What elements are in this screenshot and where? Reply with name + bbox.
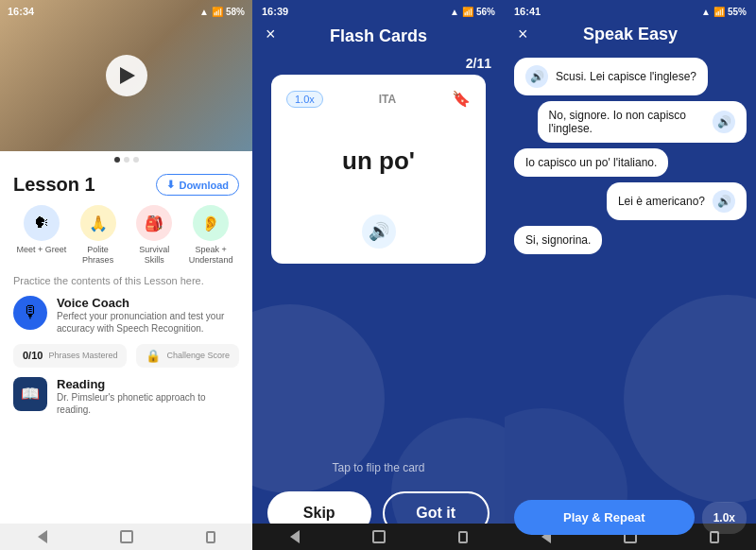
polite-icon-circle: 🙏 <box>80 205 116 241</box>
chat-bubble-1: 🔊 Scusi. Lei capisce l'inglese? <box>514 58 708 95</box>
sound-icon: 🔊 <box>369 221 389 242</box>
speak-easy-header: × Speak Easy <box>505 17 756 50</box>
phrases-stat: 0/10 Phrases Mastered <box>13 344 127 368</box>
survival-label: Survival Skills <box>129 245 180 266</box>
chat-text-5: Si, signorina. <box>525 233 591 247</box>
speak-label: Speak + Understand <box>185 245 237 266</box>
icon-speak-understand[interactable]: 👂 Speak + Understand <box>185 205 237 266</box>
play-repeat-button[interactable]: Play & Repeat <box>514 500 695 535</box>
flashcard-header: × Flash Cards <box>252 0 505 52</box>
voice-coach-section: 🎙 Voice Coach Perfect your pronunciation… <box>13 296 239 335</box>
sound-btn-2[interactable]: 🔊 <box>713 111 735 133</box>
voice-coach-title: Voice Coach <box>57 296 239 310</box>
speed-badge: 1.0x <box>286 91 323 108</box>
card-word: un po' <box>342 128 415 195</box>
chat-bubble-2: No, signore. Io non capisco l'inglese. 🔊 <box>538 101 747 143</box>
polite-label: Polite Phrases <box>72 245 124 266</box>
speak-easy-bottom: Play & Repeat 1.0x <box>505 490 756 550</box>
sound-btn-1[interactable]: 🔊 <box>525 65 548 88</box>
lesson-content: Lesson 1 ⬇ Download 🗣 Meet + Greet 🙏 Pol… <box>0 166 252 550</box>
download-button[interactable]: ⬇ Download <box>156 174 239 196</box>
dot-2 <box>124 157 129 163</box>
card-top-row: 1.0x ITA 🔖 <box>286 90 471 108</box>
status-bar-1: 16:34 ▲ 📶 58% <box>8 6 245 17</box>
chat-text-2: No, signore. Io non capisco l'inglese. <box>549 109 705 135</box>
battery-3: 55% <box>728 7 747 17</box>
voice-coach-avatar: 🎙 <box>13 296 47 330</box>
phrases-count: 0/10 <box>23 350 43 361</box>
reading-icon: 📖 <box>13 377 47 411</box>
battery-1: 58% <box>226 7 245 17</box>
recent-nav-btn-2[interactable] <box>455 528 472 545</box>
phrases-label: Phrases Mastered <box>48 351 117 360</box>
chat-text-1: Scusi. Lei capisce l'inglese? <box>556 70 696 83</box>
icon-meet-greet[interactable]: 🗣 Meet + Greet <box>15 205 67 266</box>
reading-section: 📖 Reading Dr. Pimsleur's phonetic approa… <box>13 377 239 416</box>
voice-coach-desc: Perfect your pronunciation and test your… <box>57 310 239 335</box>
lesson-icons-row: 🗣 Meet + Greet 🙏 Polite Phrases 🎒 Surviv… <box>13 205 239 266</box>
time-3: 16:41 <box>514 6 541 17</box>
meet-greet-icon-circle: 🗣 <box>24 205 60 241</box>
signal-icon: 📶 <box>212 7 223 17</box>
play-triangle-icon <box>120 67 135 84</box>
back-nav-btn[interactable] <box>34 528 51 545</box>
dot-3 <box>133 157 139 163</box>
icon-survival-skills[interactable]: 🎒 Survival Skills <box>129 205 180 266</box>
bookmark-icon[interactable]: 🔖 <box>452 90 471 108</box>
wifi-icon-3: ▲ <box>701 7 711 17</box>
chat-text-3: Io capisco un po' l'italiano. <box>525 156 657 169</box>
close-button-3[interactable]: × <box>518 25 528 44</box>
close-button-2[interactable]: × <box>266 25 276 44</box>
lesson-header: Lesson 1 ⬇ Download <box>13 174 239 196</box>
panel-speak-easy: 16:41 ▲ 📶 55% × Speak Easy 🔊 Scusi. Lei … <box>505 0 756 550</box>
dot-1 <box>114 157 120 163</box>
sound-btn-4[interactable]: 🔊 <box>713 190 735 213</box>
challenge-stat: 🔒 Challenge Score <box>136 344 239 368</box>
panel-flashcards: 16:39 ▲ 📶 56% × Flash Cards 2/11 1.0x IT… <box>252 0 505 550</box>
chat-bubble-4: Lei è americano? 🔊 <box>607 182 747 220</box>
wifi-icon: ▲ <box>199 7 209 17</box>
video-thumbnail[interactable]: 16:34 ▲ 📶 58% <box>0 0 252 151</box>
progress-dots <box>0 151 252 166</box>
panel-lesson: 16:34 ▲ 📶 58% Lesson 1 ⬇ Download 🗣 <box>0 0 252 550</box>
flash-card[interactable]: 1.0x ITA 🔖 un po' 🔊 <box>271 75 486 264</box>
lock-icon: 🔒 <box>146 349 161 363</box>
challenge-label: Challenge Score <box>166 351 230 360</box>
home-nav-btn[interactable] <box>118 528 135 545</box>
nav-bar-2 <box>252 524 505 550</box>
chat-area: 🔊 Scusi. Lei capisce l'inglese? No, sign… <box>505 50 756 490</box>
icon-polite-phrases[interactable]: 🙏 Polite Phrases <box>72 205 124 266</box>
signal-icon-3: 📶 <box>713 7 725 17</box>
home-nav-btn-2[interactable] <box>370 528 387 545</box>
speak-icon-circle: 👂 <box>193 205 229 241</box>
download-label: Download <box>179 180 229 191</box>
chat-bubble-3: Io capisco un po' l'italiano. <box>514 148 668 177</box>
reading-desc: Dr. Pimsleur's phonetic approach to read… <box>57 391 239 416</box>
back-nav-btn-2[interactable] <box>286 528 303 545</box>
status-bar-3: 16:41 ▲ 📶 55% <box>505 0 756 17</box>
card-sound-button[interactable]: 🔊 <box>362 215 396 249</box>
chat-bubble-5: Si, signorina. <box>514 226 602 254</box>
practice-text: Practice the contents of this Lesson her… <box>13 275 239 286</box>
status-icons-1: ▲ 📶 58% <box>199 7 245 17</box>
survival-icon-circle: 🎒 <box>136 205 172 241</box>
download-icon: ⬇ <box>166 179 175 191</box>
play-button[interactable] <box>106 55 147 96</box>
reading-title: Reading <box>57 377 239 391</box>
speak-easy-title: Speak Easy <box>583 25 678 44</box>
reading-info: Reading Dr. Pimsleur's phonetic approach… <box>57 377 239 416</box>
speed-button[interactable]: 1.0x <box>702 502 747 534</box>
card-counter: 2/11 <box>252 52 505 75</box>
stats-row: 0/10 Phrases Mastered 🔒 Challenge Score <box>13 344 239 368</box>
voice-coach-info: Voice Coach Perfect your pronunciation a… <box>57 296 239 335</box>
chat-text-4: Lei è americano? <box>618 195 705 208</box>
flashcard-title: Flash Cards <box>330 26 427 46</box>
time-1: 16:34 <box>8 6 34 17</box>
recent-nav-btn[interactable] <box>202 528 219 545</box>
card-lang: ITA <box>379 93 396 106</box>
nav-bar-1 <box>0 524 252 550</box>
status-icons-3: ▲ 📶 55% <box>701 6 747 17</box>
lesson-title: Lesson 1 <box>13 174 95 196</box>
meet-greet-label: Meet + Greet <box>16 245 66 255</box>
